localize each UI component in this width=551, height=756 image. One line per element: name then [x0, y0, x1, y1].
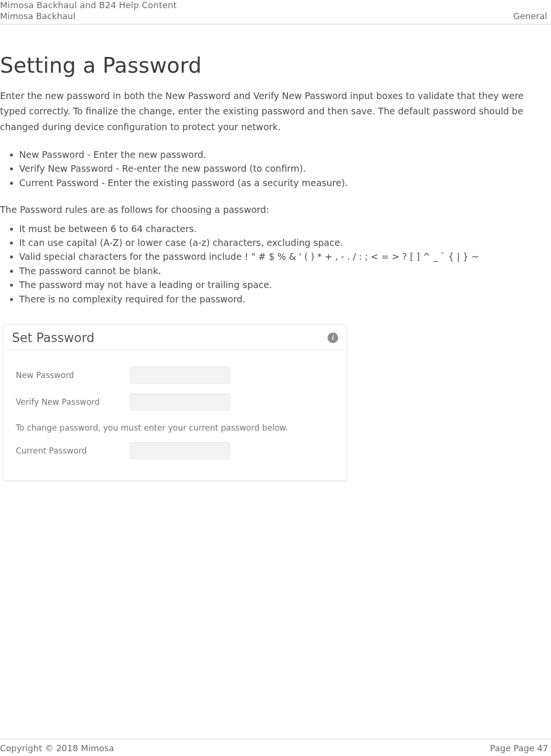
verify-password-label: Verify New Password [16, 397, 130, 407]
new-password-row: New Password [16, 367, 334, 384]
header-line1: Mimosa Backhaul and B24 Help Content [0, 0, 547, 10]
list-item: Valid special characters for the passwor… [19, 250, 551, 264]
list-item: It must be between 6 to 64 characters. [19, 222, 551, 236]
header-section: General [513, 11, 547, 21]
list-item: Current Password - Enter the existing pa… [19, 176, 551, 190]
verify-password-row: Verify New Password [16, 393, 334, 411]
list-item: The password may not have a leading or t… [19, 278, 551, 292]
verify-password-input[interactable] [130, 393, 230, 411]
rules-intro: The Password rules are as follows for ch… [0, 202, 551, 217]
current-password-label: Current Password [16, 446, 130, 456]
current-password-input[interactable] [130, 442, 230, 459]
page-number: Page Page 47 [490, 743, 549, 753]
list-item: It can use capital (A-Z) or lower case (… [19, 236, 551, 250]
set-password-panel: Set Password i New Password Verify New P… [3, 324, 347, 481]
page-header: Mimosa Backhaul and B24 Help Content Mim… [0, 0, 551, 24]
intro-paragraph: Enter the new password in both the New P… [0, 88, 551, 134]
new-password-input[interactable] [130, 367, 230, 384]
current-password-row: Current Password [16, 442, 334, 459]
list-item: New Password - Enter the new password. [19, 148, 551, 162]
page-title: Setting a Password [0, 53, 551, 78]
list-item: Verify New Password - Re-enter the new p… [19, 162, 551, 176]
info-icon[interactable]: i [328, 333, 338, 343]
new-password-label: New Password [16, 370, 130, 380]
list-item: There is no complexity required for the … [19, 292, 551, 306]
panel-title: Set Password [12, 331, 94, 345]
field-descriptions-list: New Password - Enter the new password. V… [0, 148, 551, 190]
page-footer: Copyright © 2018 Mimosa Page Page 47 [0, 739, 551, 753]
list-item: The password cannot be blank. [19, 264, 551, 278]
copyright: Copyright © 2018 Mimosa [0, 743, 114, 753]
header-product: Mimosa Backhaul [0, 11, 76, 21]
password-rules-list: It must be between 6 to 64 characters. I… [0, 222, 551, 307]
change-password-note: To change password, you must enter your … [16, 423, 334, 433]
